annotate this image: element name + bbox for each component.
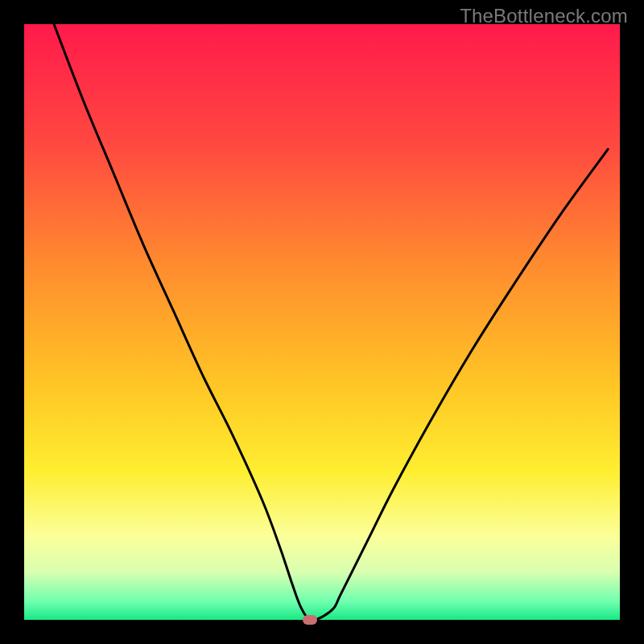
chart-frame: TheBottleneck.com [0, 0, 644, 644]
bottleneck-curve [24, 24, 620, 620]
plot-area [24, 24, 620, 620]
watermark-text: TheBottleneck.com [460, 5, 628, 27]
optimal-point-marker [303, 615, 317, 625]
